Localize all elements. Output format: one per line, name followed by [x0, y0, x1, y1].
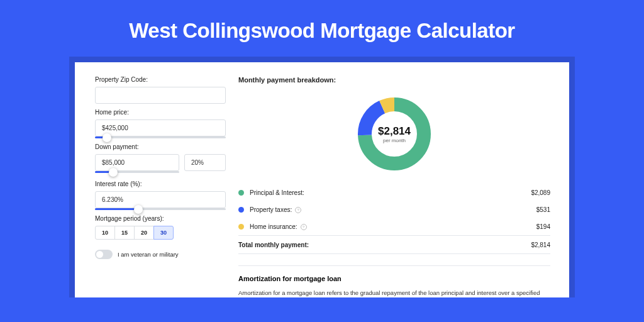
legend-value: $194: [536, 223, 550, 230]
legend-value: $531: [536, 206, 550, 213]
legend-label: Principal & Interest:: [250, 189, 531, 196]
zip-input[interactable]: [95, 87, 226, 104]
info-icon[interactable]: ?: [301, 224, 307, 230]
period-button-15[interactable]: 15: [114, 226, 135, 240]
veteran-label: I am veteran or military: [118, 251, 179, 258]
donut-chart: $2,814 per month: [238, 91, 550, 184]
legend-item: Home insurance: ?$194: [238, 218, 550, 235]
form-panel: Property Zip Code: Home price: Down paym…: [75, 76, 238, 297]
price-label: Home price:: [95, 109, 226, 116]
period-button-30[interactable]: 30: [153, 226, 174, 240]
legend-item: Principal & Interest:$2,089: [238, 184, 550, 201]
rate-slider[interactable]: [95, 208, 226, 210]
total-value: $2,814: [531, 242, 550, 248]
info-icon[interactable]: ?: [295, 207, 301, 213]
rate-label: Interest rate (%):: [95, 180, 226, 187]
legend-value: $2,089: [531, 189, 550, 196]
zip-label: Property Zip Code:: [95, 76, 226, 83]
calculator-card: Property Zip Code: Home price: Down paym…: [75, 62, 569, 297]
downpay-label: Down payment:: [95, 143, 226, 150]
amortization-section: Amortization for mortgage loan Amortizat…: [238, 265, 550, 297]
legend-dot: [238, 207, 244, 213]
downpay-slider[interactable]: [95, 171, 179, 173]
total-label: Total monthly payment:: [238, 242, 531, 248]
downpay-input[interactable]: [95, 154, 179, 171]
page-title: West Collingswood Mortgage Calculator: [0, 0, 644, 57]
downpay-percent-input[interactable]: [184, 154, 226, 171]
amort-text: Amortization for a mortgage loan refers …: [238, 289, 550, 297]
legend-total: Total monthly payment:$2,814: [238, 235, 550, 253]
donut-sub: per month: [383, 138, 406, 143]
breakdown-panel: Monthly payment breakdown: $2,814 per mo…: [238, 76, 569, 297]
period-button-20[interactable]: 20: [134, 226, 154, 240]
donut-amount: $2,814: [378, 125, 411, 138]
veteran-toggle[interactable]: [95, 250, 113, 259]
legend-item: Property taxes: ?$531: [238, 201, 550, 218]
price-slider[interactable]: [95, 136, 226, 138]
period-label: Mortgage period (years):: [95, 215, 226, 222]
legend-label: Home insurance: ?: [250, 223, 536, 230]
legend-dot: [238, 190, 244, 196]
amort-heading: Amortization for mortgage loan: [238, 275, 550, 282]
period-button-10[interactable]: 10: [95, 226, 115, 240]
legend-label: Property taxes: ?: [250, 206, 536, 213]
breakdown-heading: Monthly payment breakdown:: [238, 76, 550, 84]
toggle-knob: [96, 251, 103, 258]
legend: Principal & Interest:$2,089Property taxe…: [238, 184, 550, 254]
rate-input[interactable]: [95, 191, 226, 208]
legend-dot: [238, 224, 244, 230]
card-shadow: Property Zip Code: Home price: Down paym…: [69, 57, 575, 297]
period-button-group: 10152030: [95, 226, 226, 240]
price-input[interactable]: [95, 119, 226, 136]
